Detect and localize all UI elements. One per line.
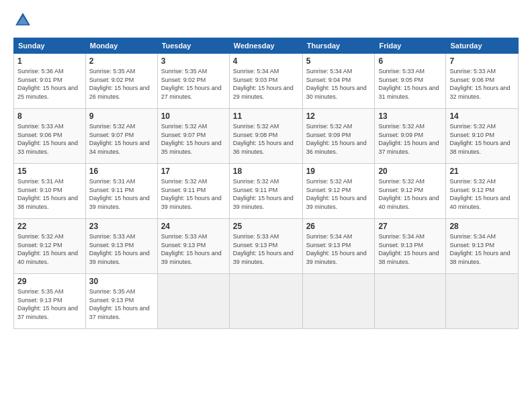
sunrise: Sunrise: 5:32 AM: [17, 233, 64, 240]
table-row: 19 Sunrise: 5:32 AM Sunset: 9:12 PM Dayl…: [302, 164, 375, 219]
day-info: Sunrise: 5:35 AM Sunset: 9:02 PM Dayligh…: [89, 67, 154, 101]
day-info: Sunrise: 5:35 AM Sunset: 9:02 PM Dayligh…: [161, 67, 226, 101]
sunset: Sunset: 9:10 PM: [449, 132, 494, 138]
day-number: 27: [378, 222, 442, 231]
daylight: Daylight: 15 hours and 35 minutes.: [161, 140, 222, 155]
daylight: Daylight: 15 hours and 38 minutes.: [449, 140, 510, 155]
sunrise: Sunrise: 5:32 AM: [378, 178, 425, 185]
sunrise: Sunrise: 5:35 AM: [89, 68, 136, 75]
daylight: Daylight: 15 hours and 37 minutes.: [378, 140, 439, 155]
table-row: 20 Sunrise: 5:32 AM Sunset: 9:12 PM Dayl…: [375, 164, 446, 219]
table-row: 22 Sunrise: 5:32 AM Sunset: 9:12 PM Dayl…: [14, 219, 86, 274]
calendar-week-row: 22 Sunrise: 5:32 AM Sunset: 9:12 PM Dayl…: [14, 219, 519, 274]
sunrise: Sunrise: 5:33 AM: [449, 68, 496, 75]
day-info: Sunrise: 5:33 AM Sunset: 9:13 PM Dayligh…: [233, 232, 299, 266]
day-number: 29: [17, 277, 82, 286]
day-number: 16: [89, 167, 154, 176]
table-row: 29 Sunrise: 5:35 AM Sunset: 9:13 PM Dayl…: [14, 274, 86, 329]
table-row: 28 Sunrise: 5:34 AM Sunset: 9:13 PM Dayl…: [446, 219, 519, 274]
daylight: Daylight: 15 hours and 39 minutes.: [89, 250, 150, 265]
calendar-week-row: 15 Sunrise: 5:31 AM Sunset: 9:10 PM Dayl…: [14, 164, 519, 219]
table-row: 17 Sunrise: 5:32 AM Sunset: 9:11 PM Dayl…: [157, 164, 229, 219]
table-row: 24 Sunrise: 5:33 AM Sunset: 9:13 PM Dayl…: [157, 219, 229, 274]
daylight: Daylight: 15 hours and 34 minutes.: [89, 140, 150, 155]
daylight: Daylight: 15 hours and 27 minutes.: [161, 85, 222, 100]
table-row: 18 Sunrise: 5:32 AM Sunset: 9:11 PM Dayl…: [229, 164, 302, 219]
sunset: Sunset: 9:13 PM: [449, 242, 494, 248]
table-row: 23 Sunrise: 5:33 AM Sunset: 9:13 PM Dayl…: [85, 219, 157, 274]
sunrise: Sunrise: 5:34 AM: [449, 233, 496, 240]
day-number: 23: [89, 222, 154, 231]
sunset: Sunset: 9:06 PM: [17, 132, 62, 138]
day-number: 4: [233, 56, 299, 66]
sunset: Sunset: 9:05 PM: [378, 77, 423, 83]
day-info: Sunrise: 5:32 AM Sunset: 9:12 PM Dayligh…: [378, 177, 442, 211]
day-number: 20: [378, 167, 442, 176]
sunset: Sunset: 9:04 PM: [306, 77, 351, 83]
sunrise: Sunrise: 5:35 AM: [17, 288, 64, 295]
table-row: 30 Sunrise: 5:35 AM Sunset: 9:13 PM Dayl…: [85, 274, 157, 329]
sunset: Sunset: 9:07 PM: [161, 132, 206, 138]
daylight: Daylight: 15 hours and 39 minutes.: [161, 195, 222, 210]
day-number: 19: [306, 167, 371, 176]
day-info: Sunrise: 5:35 AM Sunset: 9:13 PM Dayligh…: [89, 287, 154, 321]
sunset: Sunset: 9:02 PM: [161, 77, 206, 83]
daylight: Daylight: 15 hours and 36 minutes.: [306, 140, 367, 155]
day-number: 13: [378, 111, 442, 121]
day-number: 30: [89, 277, 154, 286]
daylight: Daylight: 15 hours and 39 minutes.: [233, 195, 294, 210]
col-monday: Monday: [85, 38, 157, 54]
sunset: Sunset: 9:13 PM: [17, 297, 62, 304]
col-wednesday: Wednesday: [229, 38, 302, 54]
daylight: Daylight: 15 hours and 39 minutes.: [306, 250, 367, 265]
sunrise: Sunrise: 5:32 AM: [89, 123, 136, 130]
sunrise: Sunrise: 5:32 AM: [449, 123, 496, 130]
table-row: 12 Sunrise: 5:32 AM Sunset: 9:09 PM Dayl…: [302, 109, 375, 164]
table-row: 3 Sunrise: 5:35 AM Sunset: 9:02 PM Dayli…: [157, 54, 229, 109]
day-info: Sunrise: 5:32 AM Sunset: 9:12 PM Dayligh…: [449, 177, 515, 211]
day-info: Sunrise: 5:32 AM Sunset: 9:07 PM Dayligh…: [161, 122, 226, 156]
page: Sunday Monday Tuesday Wednesday Thursday…: [0, 0, 532, 411]
daylight: Daylight: 15 hours and 38 minutes.: [449, 250, 510, 265]
sunrise: Sunrise: 5:31 AM: [89, 178, 136, 185]
day-number: 3: [161, 56, 226, 66]
daylight: Daylight: 15 hours and 39 minutes.: [89, 195, 150, 210]
col-tuesday: Tuesday: [157, 38, 229, 54]
sunset: Sunset: 9:06 PM: [449, 77, 494, 83]
daylight: Daylight: 15 hours and 31 minutes.: [378, 85, 439, 100]
day-info: Sunrise: 5:32 AM Sunset: 9:11 PM Dayligh…: [233, 177, 299, 211]
sunrise: Sunrise: 5:36 AM: [17, 68, 64, 75]
sunrise: Sunrise: 5:33 AM: [89, 233, 136, 240]
day-number: 10: [161, 111, 226, 121]
sunset: Sunset: 9:11 PM: [233, 187, 278, 193]
table-row: 1 Sunrise: 5:36 AM Sunset: 9:01 PM Dayli…: [14, 54, 86, 109]
day-number: 7: [449, 56, 515, 66]
sunrise: Sunrise: 5:32 AM: [161, 123, 208, 130]
day-info: Sunrise: 5:33 AM Sunset: 9:06 PM Dayligh…: [449, 67, 515, 101]
table-row: 13 Sunrise: 5:32 AM Sunset: 9:09 PM Dayl…: [375, 109, 446, 164]
sunrise: Sunrise: 5:33 AM: [17, 123, 64, 130]
sunset: Sunset: 9:01 PM: [17, 77, 62, 83]
table-row: 16 Sunrise: 5:31 AM Sunset: 9:11 PM Dayl…: [85, 164, 157, 219]
day-number: 14: [449, 111, 515, 121]
header: [13, 11, 519, 30]
daylight: Daylight: 15 hours and 30 minutes.: [306, 85, 367, 100]
day-info: Sunrise: 5:32 AM Sunset: 9:12 PM Dayligh…: [306, 177, 371, 211]
day-info: Sunrise: 5:32 AM Sunset: 9:11 PM Dayligh…: [161, 177, 226, 211]
day-info: Sunrise: 5:36 AM Sunset: 9:01 PM Dayligh…: [17, 67, 82, 101]
day-number: 5: [306, 56, 371, 66]
sunrise: Sunrise: 5:32 AM: [306, 178, 353, 185]
sunset: Sunset: 9:03 PM: [233, 77, 278, 83]
daylight: Daylight: 15 hours and 32 minutes.: [449, 85, 510, 100]
day-number: 1: [17, 56, 82, 66]
sunset: Sunset: 9:13 PM: [161, 242, 206, 248]
sunset: Sunset: 9:13 PM: [306, 242, 351, 248]
day-info: Sunrise: 5:34 AM Sunset: 9:13 PM Dayligh…: [306, 232, 371, 266]
sunrise: Sunrise: 5:32 AM: [378, 123, 425, 130]
sunrise: Sunrise: 5:32 AM: [233, 123, 279, 130]
sunset: Sunset: 9:12 PM: [306, 187, 351, 193]
sunset: Sunset: 9:09 PM: [378, 132, 423, 138]
sunset: Sunset: 9:07 PM: [89, 132, 134, 138]
table-row: 25 Sunrise: 5:33 AM Sunset: 9:13 PM Dayl…: [229, 219, 302, 274]
daylight: Daylight: 15 hours and 38 minutes.: [378, 250, 439, 265]
